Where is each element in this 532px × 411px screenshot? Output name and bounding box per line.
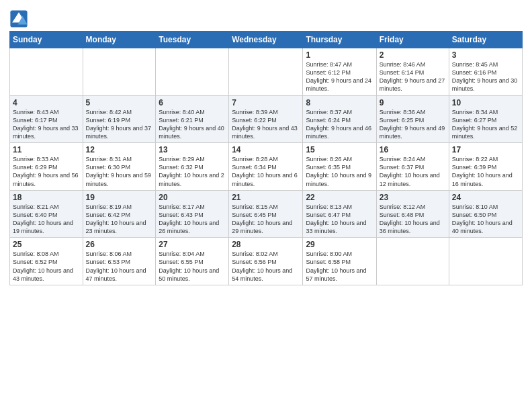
day-number: 4 — [13, 98, 80, 107]
day-number: 8 — [306, 98, 373, 107]
calendar-cell: 24Sunrise: 8:10 AM Sunset: 6:50 PM Dayli… — [449, 190, 522, 238]
calendar-cell: 7Sunrise: 8:39 AM Sunset: 6:22 PM Daylig… — [229, 95, 303, 143]
logo — [9, 9, 30, 28]
day-number: 22 — [306, 193, 373, 202]
calendar-cell: 19Sunrise: 8:19 AM Sunset: 6:42 PM Dayli… — [83, 190, 156, 238]
day-number: 5 — [86, 98, 153, 107]
day-info: Sunrise: 8:47 AM Sunset: 6:12 PM Dayligh… — [306, 60, 373, 93]
day-number: 21 — [232, 193, 300, 202]
day-info: Sunrise: 8:02 AM Sunset: 6:56 PM Dayligh… — [232, 250, 300, 283]
day-number: 17 — [452, 145, 519, 154]
day-info: Sunrise: 8:12 AM Sunset: 6:48 PM Dayligh… — [380, 203, 446, 236]
calendar-cell: 20Sunrise: 8:17 AM Sunset: 6:43 PM Dayli… — [156, 190, 229, 238]
calendar-cell: 3Sunrise: 8:45 AM Sunset: 6:16 PM Daylig… — [449, 48, 522, 96]
day-info: Sunrise: 8:33 AM Sunset: 6:29 PM Dayligh… — [13, 155, 80, 188]
day-info: Sunrise: 8:43 AM Sunset: 6:17 PM Dayligh… — [13, 108, 80, 141]
day-info: Sunrise: 8:21 AM Sunset: 6:40 PM Dayligh… — [13, 203, 80, 236]
calendar-cell — [83, 48, 156, 96]
calendar-cell: 1Sunrise: 8:47 AM Sunset: 6:12 PM Daylig… — [303, 48, 376, 96]
calendar-cell: 16Sunrise: 8:24 AM Sunset: 6:37 PM Dayli… — [376, 143, 449, 191]
col-header-friday: Friday — [376, 32, 449, 48]
page: SundayMondayTuesdayWednesdayThursdayFrid… — [0, 0, 532, 289]
week-row-2: 11Sunrise: 8:33 AM Sunset: 6:29 PM Dayli… — [10, 143, 523, 191]
calendar-table: SundayMondayTuesdayWednesdayThursdayFrid… — [9, 31, 523, 285]
day-number: 9 — [380, 98, 446, 107]
day-number: 2 — [380, 50, 446, 60]
day-number: 18 — [13, 193, 80, 202]
day-number: 11 — [13, 145, 80, 154]
day-info: Sunrise: 8:04 AM Sunset: 6:55 PM Dayligh… — [159, 250, 226, 283]
col-header-wednesday: Wednesday — [229, 32, 303, 48]
day-number: 25 — [13, 240, 80, 249]
calendar-cell: 25Sunrise: 8:08 AM Sunset: 6:52 PM Dayli… — [10, 238, 83, 285]
calendar-cell: 17Sunrise: 8:22 AM Sunset: 6:39 PM Dayli… — [449, 143, 522, 191]
header-row: SundayMondayTuesdayWednesdayThursdayFrid… — [10, 32, 523, 48]
day-number: 7 — [232, 98, 300, 107]
day-number: 26 — [86, 240, 153, 249]
calendar-cell — [10, 48, 83, 96]
day-number: 24 — [452, 193, 519, 202]
day-info: Sunrise: 8:40 AM Sunset: 6:21 PM Dayligh… — [159, 108, 226, 141]
calendar-cell: 8Sunrise: 8:37 AM Sunset: 6:24 PM Daylig… — [303, 95, 376, 143]
calendar-cell: 5Sunrise: 8:42 AM Sunset: 6:19 PM Daylig… — [83, 95, 156, 143]
day-info: Sunrise: 8:13 AM Sunset: 6:47 PM Dayligh… — [306, 203, 373, 236]
day-number: 19 — [86, 193, 153, 202]
week-row-3: 18Sunrise: 8:21 AM Sunset: 6:40 PM Dayli… — [10, 190, 523, 238]
day-info: Sunrise: 8:00 AM Sunset: 6:58 PM Dayligh… — [306, 250, 373, 283]
day-number: 14 — [232, 145, 300, 154]
header — [9, 7, 523, 28]
logo-icon — [9, 9, 28, 28]
day-number: 23 — [380, 193, 446, 202]
calendar-cell: 28Sunrise: 8:02 AM Sunset: 6:56 PM Dayli… — [229, 238, 303, 285]
day-info: Sunrise: 8:45 AM Sunset: 6:16 PM Dayligh… — [452, 60, 519, 93]
calendar-cell: 10Sunrise: 8:34 AM Sunset: 6:27 PM Dayli… — [449, 95, 522, 143]
day-number: 13 — [159, 145, 226, 154]
calendar-cell: 29Sunrise: 8:00 AM Sunset: 6:58 PM Dayli… — [303, 238, 376, 285]
day-info: Sunrise: 8:34 AM Sunset: 6:27 PM Dayligh… — [452, 108, 519, 141]
calendar-cell — [376, 238, 449, 285]
day-number: 29 — [306, 240, 373, 249]
week-row-4: 25Sunrise: 8:08 AM Sunset: 6:52 PM Dayli… — [10, 238, 523, 285]
calendar-cell: 4Sunrise: 8:43 AM Sunset: 6:17 PM Daylig… — [10, 95, 83, 143]
col-header-saturday: Saturday — [449, 32, 522, 48]
day-info: Sunrise: 8:46 AM Sunset: 6:14 PM Dayligh… — [380, 60, 446, 93]
col-header-thursday: Thursday — [303, 32, 376, 48]
day-number: 10 — [452, 98, 519, 107]
day-number: 15 — [306, 145, 373, 154]
week-row-1: 4Sunrise: 8:43 AM Sunset: 6:17 PM Daylig… — [10, 95, 523, 143]
calendar-cell: 12Sunrise: 8:31 AM Sunset: 6:30 PM Dayli… — [83, 143, 156, 191]
day-number: 1 — [306, 50, 373, 60]
calendar-cell: 11Sunrise: 8:33 AM Sunset: 6:29 PM Dayli… — [10, 143, 83, 191]
day-number: 28 — [232, 240, 300, 249]
col-header-monday: Monday — [83, 32, 156, 48]
calendar-cell — [229, 48, 303, 96]
calendar-cell — [156, 48, 229, 96]
calendar-cell: 27Sunrise: 8:04 AM Sunset: 6:55 PM Dayli… — [156, 238, 229, 285]
day-number: 3 — [452, 50, 519, 60]
day-info: Sunrise: 8:24 AM Sunset: 6:37 PM Dayligh… — [380, 155, 446, 188]
col-header-sunday: Sunday — [10, 32, 83, 48]
day-number: 16 — [380, 145, 446, 154]
day-info: Sunrise: 8:19 AM Sunset: 6:42 PM Dayligh… — [86, 203, 153, 236]
calendar-cell — [449, 238, 522, 285]
day-info: Sunrise: 8:08 AM Sunset: 6:52 PM Dayligh… — [13, 250, 80, 283]
day-info: Sunrise: 8:15 AM Sunset: 6:45 PM Dayligh… — [232, 203, 300, 236]
calendar-cell: 9Sunrise: 8:36 AM Sunset: 6:25 PM Daylig… — [376, 95, 449, 143]
calendar-cell: 26Sunrise: 8:06 AM Sunset: 6:53 PM Dayli… — [83, 238, 156, 285]
calendar-cell: 13Sunrise: 8:29 AM Sunset: 6:32 PM Dayli… — [156, 143, 229, 191]
week-row-0: 1Sunrise: 8:47 AM Sunset: 6:12 PM Daylig… — [10, 48, 523, 96]
day-info: Sunrise: 8:10 AM Sunset: 6:50 PM Dayligh… — [452, 203, 519, 236]
calendar-cell: 22Sunrise: 8:13 AM Sunset: 6:47 PM Dayli… — [303, 190, 376, 238]
day-number: 6 — [159, 98, 226, 107]
day-info: Sunrise: 8:28 AM Sunset: 6:34 PM Dayligh… — [232, 155, 300, 188]
day-number: 27 — [159, 240, 226, 249]
day-info: Sunrise: 8:06 AM Sunset: 6:53 PM Dayligh… — [86, 250, 153, 283]
col-header-tuesday: Tuesday — [156, 32, 229, 48]
calendar-cell: 14Sunrise: 8:28 AM Sunset: 6:34 PM Dayli… — [229, 143, 303, 191]
calendar-cell: 2Sunrise: 8:46 AM Sunset: 6:14 PM Daylig… — [376, 48, 449, 96]
day-info: Sunrise: 8:26 AM Sunset: 6:35 PM Dayligh… — [306, 155, 373, 188]
day-info: Sunrise: 8:39 AM Sunset: 6:22 PM Dayligh… — [232, 108, 300, 141]
calendar-cell: 15Sunrise: 8:26 AM Sunset: 6:35 PM Dayli… — [303, 143, 376, 191]
day-info: Sunrise: 8:17 AM Sunset: 6:43 PM Dayligh… — [159, 203, 226, 236]
day-info: Sunrise: 8:42 AM Sunset: 6:19 PM Dayligh… — [86, 108, 153, 141]
